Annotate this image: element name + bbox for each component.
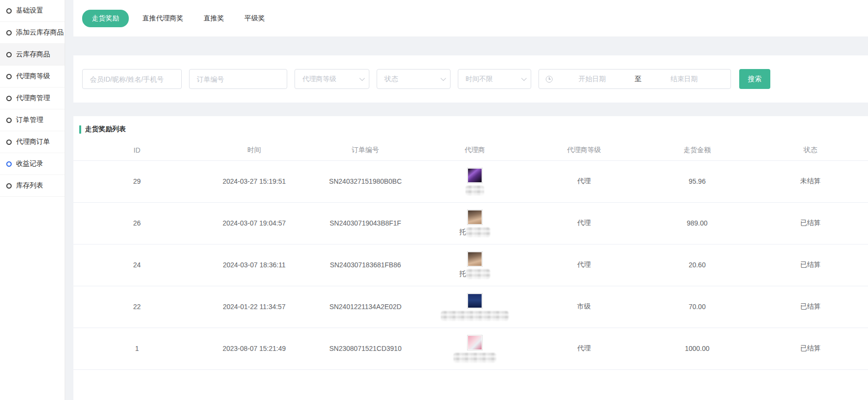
search-button[interactable]: 搜索 xyxy=(739,69,770,89)
col-header-agent-level: 代理商等级 xyxy=(526,140,642,160)
blurred-agent-name xyxy=(441,311,509,321)
tab-peer-reward[interactable]: 平级奖 xyxy=(238,10,272,27)
sidebar-item-order-management[interactable]: 订单管理 xyxy=(0,109,65,131)
chevron-down-icon xyxy=(521,75,526,81)
cell-agent-level: 代理 xyxy=(526,202,642,244)
cell-id: 29 xyxy=(73,160,201,202)
tab-direct-agent-reward[interactable]: 直推代理商奖 xyxy=(136,10,190,27)
col-header-status: 状态 xyxy=(753,140,868,160)
sidebar-item-agent-management[interactable]: 代理商管理 xyxy=(0,87,65,109)
sidebar-item-earnings-records[interactable]: 收益记录 xyxy=(0,153,65,175)
sidebar-item-agent-level[interactable]: 代理商等级 xyxy=(0,66,65,87)
chevron-down-icon xyxy=(440,75,446,81)
cell-agent-level: 代理 xyxy=(526,160,642,202)
blurred-agent-name xyxy=(453,353,496,363)
cell-order-no: SN2308071521CD3910 xyxy=(308,328,423,369)
blurred-agent-name xyxy=(466,186,484,195)
col-header-amount: 走货金额 xyxy=(642,140,753,160)
cell-id: 24 xyxy=(73,244,201,286)
sidebar-item-label: 云库存商品 xyxy=(16,50,50,59)
cell-id: 26 xyxy=(73,202,201,244)
sidebar-item-basic-settings[interactable]: 基础设置 xyxy=(0,0,65,22)
radio-circle-icon xyxy=(6,74,12,79)
date-range-picker[interactable]: 开始日期 至 结束日期 xyxy=(538,69,731,89)
cell-status: 已结算 xyxy=(753,202,868,244)
cell-amount: 989.00 xyxy=(642,202,753,244)
table-row: 22 2024-01-22 11:34:57 SN2401221134A2E02… xyxy=(73,286,868,328)
agent-level-select-placeholder: 代理商等级 xyxy=(302,75,336,84)
order-no-input[interactable] xyxy=(189,69,287,89)
col-header-id: ID xyxy=(73,140,201,160)
radio-circle-icon xyxy=(6,183,12,189)
table-row: 24 2024-03-07 18:36:11 SN240307183681FB8… xyxy=(73,244,868,286)
sidebar: 基础设置 添加云库存商品 云库存商品 代理商等级 代理商管理 订单管理 代理商订… xyxy=(0,0,65,400)
table-row: 29 2024-03-27 15:19:51 SN240327151980B0B… xyxy=(73,160,868,202)
filter-bar: 代理商等级 状态 时间不限 开始日期 至 结束日期 搜索 xyxy=(73,55,868,103)
cell-id: 1 xyxy=(73,328,201,369)
blurred-agent-name xyxy=(466,227,490,237)
col-header-order-no: 订单编号 xyxy=(308,140,423,160)
time-range-select[interactable]: 时间不限 xyxy=(458,69,531,89)
sidebar-item-label: 订单管理 xyxy=(16,116,43,124)
clock-icon xyxy=(546,76,553,83)
list-title-text: 走货奖励列表 xyxy=(85,125,126,134)
status-select[interactable]: 状态 xyxy=(377,69,451,89)
cell-time: 2024-03-27 15:19:51 xyxy=(201,160,308,202)
table-header-row: ID 时间 订单编号 代理商 代理商等级 走货金额 状态 xyxy=(73,140,868,160)
cell-order-no: SN240307183681FB86 xyxy=(308,244,423,286)
agent-avatar xyxy=(467,209,483,225)
cell-time: 2024-03-07 19:04:57 xyxy=(201,202,308,244)
agent-avatar xyxy=(467,168,483,183)
agent-avatar xyxy=(467,335,483,350)
title-accent-bar xyxy=(79,125,81,134)
sidebar-item-stock-list[interactable]: 库存列表 xyxy=(0,175,65,197)
cell-status: 已结算 xyxy=(753,328,868,369)
cell-order-no: SN2401221134A2E02D xyxy=(308,286,423,328)
radio-circle-icon xyxy=(6,118,12,123)
reward-list-card: 走货奖励列表 ID 时间 订单编号 代理商 代理商等级 走货金额 状态 xyxy=(73,116,868,400)
sidebar-item-add-cloud-stock-goods[interactable]: 添加云库存商品 xyxy=(0,22,65,44)
tab-shipping-reward[interactable]: 走货奖励 xyxy=(82,10,129,27)
cell-agent-level: 代理 xyxy=(526,328,642,369)
cell-amount: 70.00 xyxy=(642,286,753,328)
cell-time: 2024-01-22 11:34:57 xyxy=(201,286,308,328)
cell-order-no: SN240327151980B0BC xyxy=(308,160,423,202)
cell-amount: 95.96 xyxy=(642,160,753,202)
radio-circle-icon xyxy=(6,30,12,35)
cell-order-no: SN24030719043B8F1F xyxy=(308,202,423,244)
cell-agent-level: 市级 xyxy=(526,286,642,328)
list-title: 走货奖励列表 xyxy=(73,125,868,134)
cell-time: 2023-08-07 15:21:49 xyxy=(201,328,308,369)
sidebar-item-label: 代理商订单 xyxy=(16,138,50,146)
table-row: 26 2024-03-07 19:04:57 SN24030719043B8F1… xyxy=(73,202,868,244)
cell-status: 已结算 xyxy=(753,244,868,286)
cell-agent xyxy=(423,286,526,328)
cell-agent xyxy=(423,160,526,202)
cell-status: 未结算 xyxy=(753,160,868,202)
date-range-separator: 至 xyxy=(632,75,644,84)
end-date-placeholder: 结束日期 xyxy=(644,75,724,84)
sidebar-item-cloud-stock-goods[interactable]: 云库存商品 xyxy=(0,44,65,66)
tab-direct-reward[interactable]: 直推奖 xyxy=(197,10,231,27)
sidebar-item-label: 代理商等级 xyxy=(16,72,50,81)
agent-level-select[interactable]: 代理商等级 xyxy=(295,69,369,89)
sidebar-item-label: 基础设置 xyxy=(16,6,43,15)
agent-avatar xyxy=(467,251,483,267)
reward-tabs-card: 走货奖励 直推代理商奖 直推奖 平级奖 xyxy=(73,0,868,36)
cell-agent: 托 xyxy=(423,202,526,244)
radio-circle-icon xyxy=(6,52,12,57)
radio-circle-icon xyxy=(6,161,12,167)
cell-status: 已结算 xyxy=(753,286,868,328)
member-search-input[interactable] xyxy=(82,69,182,89)
agent-avatar xyxy=(467,293,483,309)
table-row: 1 2023-08-07 15:21:49 SN2308071521CD3910 xyxy=(73,328,868,369)
main-content: 走货奖励 直推代理商奖 直推奖 平级奖 代理商等级 状态 时间不限 xyxy=(73,0,868,400)
sidebar-item-label: 代理商管理 xyxy=(16,94,50,103)
blurred-agent-name xyxy=(466,269,490,279)
cell-amount: 1000.00 xyxy=(642,328,753,369)
sidebar-item-agent-orders[interactable]: 代理商订单 xyxy=(0,131,65,153)
cell-agent-level: 代理 xyxy=(526,244,642,286)
time-range-select-placeholder: 时间不限 xyxy=(466,75,493,84)
radio-circle-icon xyxy=(6,139,12,145)
radio-circle-icon xyxy=(6,8,12,14)
